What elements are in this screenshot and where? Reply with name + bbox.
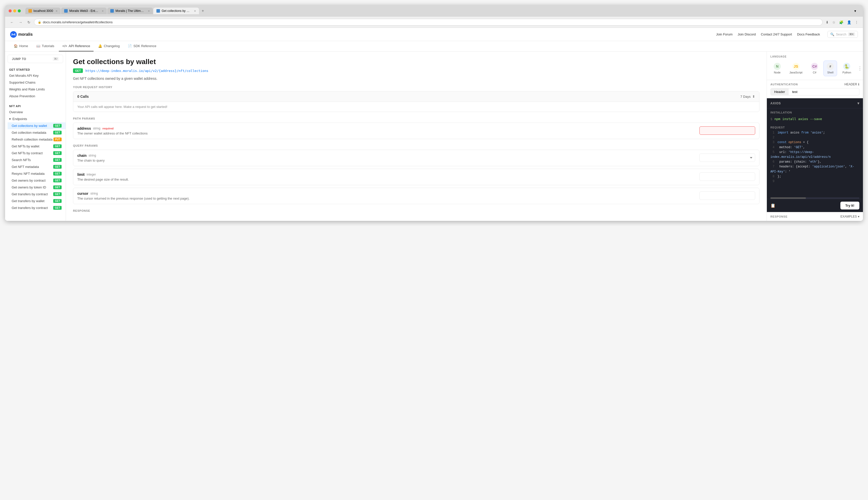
endpoint-url-prefix: https://deep-index.moralis.io/api/v2/ — [86, 69, 159, 73]
ssl-lock-icon: 🔒 — [38, 21, 41, 24]
maximize-window-btn[interactable] — [18, 9, 21, 12]
sidebar-item-search-nfts[interactable]: Search NFTs GET — [8, 157, 66, 163]
code-panel-toggle-icon[interactable]: ▾ — [857, 101, 859, 106]
jump-to-shortcut: ⌘/ — [53, 57, 59, 61]
install-cmd-text: npm install axios --save — [775, 117, 822, 121]
browser-tab-3[interactable]: Moralis | The Ultimate Web3 D... ✕ — [107, 8, 153, 14]
auth-tab-test[interactable]: test — [789, 88, 801, 95]
sidebar-item-refresh-collection-metadata[interactable]: Refresh collection metadata PUT — [8, 136, 66, 143]
param-cursor-input[interactable] — [699, 192, 755, 200]
examples-button[interactable]: EXAMPLES ▾ — [841, 215, 859, 218]
sidebar-item-supported-chains[interactable]: Supported Chains — [5, 79, 66, 86]
browser-tab-2[interactable]: Moralis Web3 - Enterprise-Gra... ✕ — [61, 8, 107, 14]
tab-close-4[interactable]: ✕ — [194, 10, 196, 12]
new-tab-button[interactable]: + — [200, 8, 206, 14]
code-line-1: 1import axios from 'axios'; — [770, 130, 859, 135]
code-scrollbar[interactable] — [770, 197, 859, 199]
param-chain-name: chain string — [77, 154, 695, 158]
page-title: Get collections by wallet — [73, 58, 759, 66]
param-limit-input[interactable] — [699, 172, 755, 181]
install-prompt: $ — [770, 117, 775, 121]
param-chain-select[interactable]: eth bsc polygon — [699, 154, 755, 162]
query-params-section: QUERY PARAMS chain string The chain to q… — [73, 144, 759, 204]
try-it-button[interactable]: Try It! — [841, 202, 859, 209]
sidebar-item-get-collections-wallet[interactable]: Get collections by wallet GET — [8, 122, 66, 129]
tab-favicon-1 — [29, 9, 32, 13]
calls-count: 0 Calls — [77, 94, 89, 99]
sidebar-item-get-transfers-contract[interactable]: Get transfers by contract GET — [8, 191, 66, 197]
tab-close-2[interactable]: ✕ — [102, 10, 104, 12]
nav-api-reference[interactable]: </> API Reference — [59, 41, 93, 52]
code-line-5: 5 url: 'https://deep-index.moralis.io/ap… — [770, 150, 859, 160]
badge-get-nfts-contract: GET — [53, 151, 62, 155]
search-bar[interactable]: 🔍 Search ⌘K — [827, 31, 858, 38]
lang-option-javascript[interactable]: JS JavaScript — [786, 60, 806, 76]
sidebar-item-get-nfts-contract[interactable]: Get NFTs by contract GET — [8, 150, 66, 157]
sidebar-item-get-nfts-wallet[interactable]: Get NFTs by wallet GET — [8, 143, 66, 150]
sidebar-item-get-owners-contract[interactable]: Get owners by contract GET — [8, 177, 66, 184]
sidebar-item-get-transfers-wallet[interactable]: Get transfers by wallet GET — [8, 197, 66, 204]
copy-code-button[interactable]: 📋 — [770, 203, 776, 208]
forward-button[interactable]: → — [17, 20, 24, 25]
line-num-7: 7 — [770, 164, 775, 169]
badge-get-transfers-wallet: GET — [53, 199, 62, 203]
more-options-icon[interactable]: ⋮ — [854, 19, 859, 25]
sidebar-item-resync-nft-metadata[interactable]: Resync NFT metadata GET — [8, 170, 66, 177]
more-languages-button[interactable]: ⋮ — [857, 65, 863, 72]
endpoints-item-content: ▾ Endpoints — [9, 117, 27, 121]
period-arrow-icon: ⬍ — [752, 94, 755, 99]
sidebar-item-get-transfers-contract-2[interactable]: Get transfers by contract GET — [8, 204, 66, 211]
download-icon[interactable]: ⬇ — [825, 19, 830, 25]
lang-option-node[interactable]: N Node — [770, 60, 784, 76]
sidebar-item-label-search-nfts: Search NFTs — [12, 158, 31, 162]
badge-put-refresh-collection-metadata: PUT — [54, 138, 62, 141]
copy-icon: 📋 — [770, 203, 776, 208]
sidebar-item-endpoints[interactable]: ▾ Endpoints — [5, 115, 66, 122]
docs-feedback-link[interactable]: Docs Feedback — [797, 32, 820, 36]
moralis-logo[interactable]: moralis — [10, 31, 33, 38]
profile-icon[interactable]: 👤 — [846, 19, 852, 25]
auth-tab-header[interactable]: Header — [771, 88, 789, 95]
installation-title: INSTALLATION — [767, 109, 863, 115]
tab-close-1[interactable]: ✕ — [56, 10, 57, 12]
nav-home[interactable]: 🏠 Home — [10, 41, 32, 52]
sidebar-item-rate-limits[interactable]: Weights and Rate Limits — [5, 86, 66, 93]
lang-option-python[interactable]: 🐍 Python — [839, 60, 854, 76]
join-forum-link[interactable]: Join Forum — [716, 32, 733, 36]
reload-button[interactable]: ↻ — [26, 20, 32, 25]
join-discord-link[interactable]: Join Discord — [738, 32, 756, 36]
sidebar-item-get-nft-metadata[interactable]: Get NFT metadata GET — [8, 163, 66, 170]
sidebar-item-overview[interactable]: Overview — [5, 109, 66, 115]
line-num-9: 9 — [770, 179, 775, 184]
calls-period[interactable]: 7 Days ⬍ — [741, 94, 755, 99]
browser-tab-4[interactable]: Get collections by wallet ✕ — [153, 8, 199, 14]
param-chain-info: chain string The chain to query — [77, 154, 695, 162]
param-address-input[interactable] — [699, 126, 755, 135]
badge-get-owners-contract: GET — [53, 179, 62, 182]
extension-icon[interactable]: 🧩 — [838, 19, 844, 25]
back-button[interactable]: ← — [9, 20, 15, 25]
star-icon[interactable]: ☆ — [831, 19, 837, 25]
browser-tab-1[interactable]: localhost:3000 ✕ — [25, 8, 60, 14]
sidebar-item-get-collection-metadata[interactable]: Get collection metadata GET — [8, 129, 66, 136]
badge-get-transfers-contract-2: GET — [53, 206, 62, 210]
badge-get-transfers-contract: GET — [53, 192, 62, 196]
tab-close-3[interactable]: ✕ — [148, 10, 150, 12]
param-cursor-info: cursor string The cursor returned in the… — [77, 192, 695, 200]
jump-to-button[interactable]: JUMP TO ⌘/ — [8, 55, 63, 63]
nav-changelog[interactable]: 🔔 Changelog — [94, 41, 123, 52]
close-window-btn[interactable] — [9, 9, 12, 12]
sidebar-item-get-owners-token[interactable]: Get owners by token ID GET — [8, 184, 66, 191]
response-panel: RESPONSE EXAMPLES ▾ — [767, 212, 863, 221]
lang-option-csharp[interactable]: C# C# — [808, 60, 821, 76]
sidebar-item-api-key[interactable]: Get Moralis API Key — [5, 72, 66, 79]
address-bar[interactable]: 🔒 docs.moralis.io/reference/getwalletnft… — [34, 19, 823, 25]
nav-sdk-reference[interactable]: 📄 SDK Reference — [124, 41, 160, 52]
lang-option-shell[interactable]: // Shell — [823, 60, 837, 76]
minimize-window-btn[interactable] — [13, 9, 16, 12]
nav-tutorials[interactable]: 📖 Tutorials — [33, 41, 58, 52]
code-line-6: 6 params: {chain: 'eth'}, — [770, 160, 859, 164]
history-empty-message: Your API calls will appear here. Make a … — [73, 102, 759, 112]
sidebar-item-abuse-prevention[interactable]: Abuse Prevention — [5, 93, 66, 100]
contact-support-link[interactable]: Contact 24/7 Support — [761, 32, 792, 36]
